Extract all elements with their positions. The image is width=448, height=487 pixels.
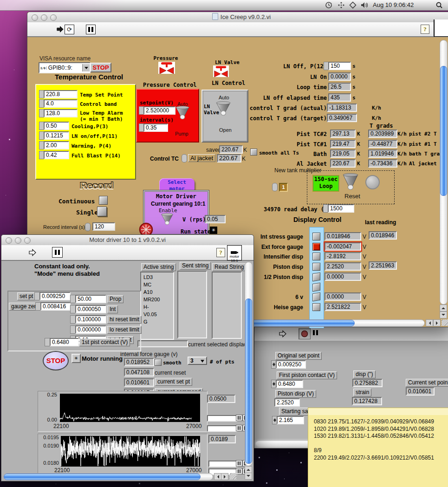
control-band-field[interactable]: 4.0 <box>44 99 78 108</box>
motor-stop-button[interactable]: STOP <box>43 351 69 370</box>
single-toggle[interactable] <box>97 207 107 216</box>
set-pt-field[interactable]: 0.009250 <box>39 292 71 300</box>
ln-onoff-field[interactable]: 0.1215 <box>44 131 69 140</box>
chart2-scrollbar-icon-2[interactable] <box>236 468 242 474</box>
volume-icon[interactable] <box>361 1 369 11</box>
npts-dropdown[interactable]: 3 <box>188 357 207 365</box>
hi-reset-field[interactable]: 0.100000 <box>75 315 106 324</box>
resize-grip[interactable] <box>230 473 236 480</box>
spaces-icon[interactable] <box>338 1 345 11</box>
full-blast-field[interactable]: 0.42 <box>44 151 69 159</box>
run-arrow-icon[interactable] <box>279 330 287 339</box>
run-continuous-icon[interactable]: ⟳ <box>65 25 74 34</box>
spare-toggle[interactable] <box>312 283 320 292</box>
resize-grip[interactable] <box>442 319 448 326</box>
run-arrow-icon[interactable] <box>56 26 64 35</box>
scroll-right-arrow[interactable] <box>221 473 228 480</box>
warming-field[interactable]: 2.00 <box>44 141 69 149</box>
scroll-left-arrow[interactable] <box>214 473 221 480</box>
loop-button[interactable]: 150-sec Loop <box>313 175 339 191</box>
chart2-legend-field-1[interactable] <box>208 461 238 467</box>
record-interval-spinner[interactable] <box>85 223 91 231</box>
minimize-circle[interactable] <box>15 237 21 244</box>
first-piston-contact-field[interactable]: 0.6480 <box>276 380 303 388</box>
int-field[interactable]: 0.000050 <box>75 305 106 313</box>
abort-button[interactable] <box>299 328 311 339</box>
smooth-all-checkbox[interactable] <box>250 149 257 156</box>
read-string-list[interactable] <box>212 272 242 339</box>
menu-clock[interactable]: Aug 10 9:06:42 <box>373 0 414 10</box>
visa-combo[interactable]: I/O GPIB0::9: <box>39 62 91 73</box>
ext-force-toggle[interactable] <box>312 243 320 251</box>
scroll-left-arrow[interactable] <box>426 319 433 326</box>
read-delay-field[interactable]: 1500 <box>328 204 354 213</box>
piston-disp-toggle[interactable] <box>312 263 320 271</box>
pause-button[interactable] <box>86 25 96 34</box>
stop-button[interactable]: STOP <box>90 63 111 72</box>
combo-arrow-button[interactable] <box>82 64 90 71</box>
scroll-down-arrow[interactable] <box>245 473 252 480</box>
setpoint-field[interactable]: 2.520000 <box>143 106 175 115</box>
control-tc-selector[interactable]: Al jacket <box>188 154 215 162</box>
low-temp-alarm-field[interactable]: 128.0 <box>44 109 78 117</box>
main-vertical-scrollbar[interactable] <box>440 40 448 305</box>
sent-string-list[interactable] <box>177 271 207 338</box>
chart2-scrollbar-icon-1[interactable] <box>236 460 242 467</box>
window-controls[interactable] <box>6 237 31 244</box>
chart1-legend-field-1[interactable] <box>207 415 237 422</box>
active-string-list[interactable]: LD3 MC A10 MR200 H- V0.05 G <box>140 272 174 340</box>
first-contact-field[interactable]: 0.6480 <box>50 338 79 346</box>
zoom-circle[interactable] <box>24 237 31 244</box>
motor-horizontal-thumb[interactable] <box>4 474 201 480</box>
run-arrow-icon[interactable] <box>28 249 37 258</box>
motor-vertical-scrollbar[interactable] <box>245 262 253 466</box>
loop-led[interactable] <box>365 175 380 189</box>
main-titlebar[interactable]: Ice Creep v9.0.2.vi <box>27 12 448 23</box>
spotlight-icon[interactable] <box>435 1 443 11</box>
scroll-up-arrow[interactable] <box>440 305 447 312</box>
pause-button[interactable] <box>52 247 63 258</box>
pressure-mode-funnel[interactable] <box>175 106 190 121</box>
scroll-right-arrow[interactable] <box>433 319 441 326</box>
enable-funnel[interactable] <box>161 213 174 227</box>
close-circle[interactable] <box>6 237 12 244</box>
interval-field[interactable]: 0.35 <box>143 123 168 132</box>
scroll-up-arrow[interactable] <box>245 466 252 473</box>
motor-vertical-thumb[interactable] <box>245 299 252 464</box>
record-interval-field[interactable]: 120 <box>92 222 115 231</box>
prop-field[interactable]: 50.00 <box>75 295 106 303</box>
zoom-circle[interactable] <box>50 14 57 21</box>
continuous-toggle[interactable] <box>99 196 108 205</box>
gauge-zero-field[interactable]: 0.008416 <box>40 302 71 311</box>
note-panel[interactable]: 0830 219.75/1.1627/-2.0939/0.040929/V0.0… <box>308 408 448 487</box>
minimize-circle[interactable] <box>41 14 47 21</box>
window-controls[interactable] <box>32 14 57 21</box>
diamond-icon[interactable] <box>349 1 357 11</box>
help-button[interactable]: ? <box>216 248 225 257</box>
ln-off-field[interactable]: 150 <box>328 62 351 70</box>
heise-toggle[interactable] <box>312 303 320 311</box>
original-set-point-field[interactable]: 0.009250 <box>276 360 306 369</box>
temp-set-point-field[interactable]: 220.8 <box>44 90 78 98</box>
new-tank-field[interactable]: 1 <box>279 183 288 192</box>
main-vertical-thumb[interactable] <box>440 66 447 196</box>
piston-disp-field[interactable]: 2.2520 <box>274 398 300 407</box>
scroll-down-arrow[interactable] <box>440 312 447 318</box>
pause-button[interactable] <box>312 330 318 335</box>
control-tc-spinner[interactable] <box>182 154 187 162</box>
run-state-icon[interactable]: ✳ <box>210 227 217 234</box>
sync-icon[interactable] <box>325 1 332 11</box>
chart1-scrollbar-icon-2[interactable] <box>236 425 242 431</box>
starting-sample-length-field[interactable]: 2.165 <box>277 416 304 424</box>
chart1-legend-field-2[interactable] <box>207 425 237 432</box>
close-circle[interactable] <box>32 14 38 21</box>
six-v-toggle[interactable] <box>312 292 320 301</box>
loop-reset-funnel[interactable] <box>342 173 359 191</box>
smooth-checkbox[interactable] <box>155 359 162 366</box>
new-tank-spinner[interactable] <box>272 183 278 191</box>
half-piston-toggle[interactable] <box>312 273 320 281</box>
motor-running-led[interactable]: ✳ <box>71 354 81 363</box>
motor-titlebar[interactable]: Motor driver 10 to 1 v9.0.2.vi <box>1 235 253 246</box>
motor-horizontal-scrollbar[interactable] <box>3 473 213 481</box>
chart1-scrollbar-icon-1[interactable] <box>236 415 242 421</box>
